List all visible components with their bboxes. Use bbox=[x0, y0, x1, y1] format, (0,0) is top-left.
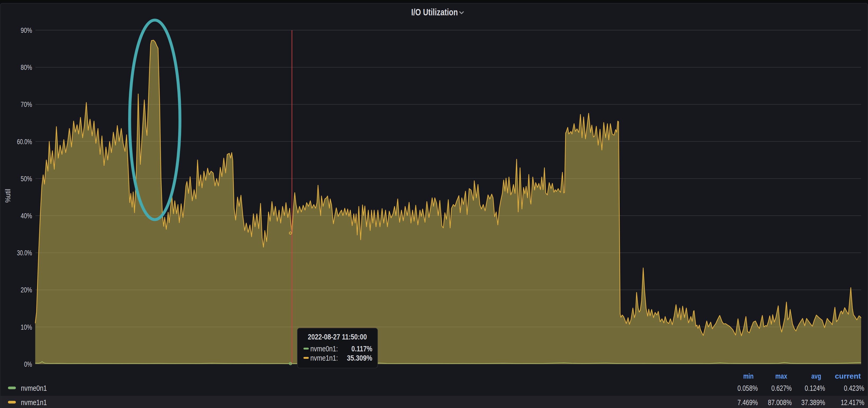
svg-text:0.058%: 0.058% bbox=[738, 384, 758, 393]
svg-text:2022-08-27 11:50:00: 2022-08-27 11:50:00 bbox=[308, 332, 367, 341]
svg-text:nvme1n1: nvme1n1 bbox=[21, 398, 47, 407]
svg-text:87.008%: 87.008% bbox=[768, 398, 792, 407]
svg-text:70%: 70% bbox=[21, 100, 32, 108]
svg-text:max: max bbox=[775, 372, 787, 380]
svg-text:10%: 10% bbox=[21, 323, 32, 331]
svg-text:%util: %util bbox=[4, 189, 12, 203]
svg-text:nvme1n1:: nvme1n1: bbox=[310, 354, 338, 362]
svg-text:current: current bbox=[835, 372, 861, 380]
svg-text:I/O Utilization: I/O Utilization bbox=[411, 7, 458, 17]
svg-text:7.469%: 7.469% bbox=[738, 398, 758, 407]
svg-text:nvme0n1:: nvme0n1: bbox=[310, 344, 338, 353]
svg-text:min: min bbox=[743, 372, 754, 380]
svg-text:40%: 40% bbox=[21, 211, 32, 220]
svg-text:30.0%: 30.0% bbox=[17, 248, 32, 257]
svg-text:80%: 80% bbox=[21, 63, 32, 71]
svg-text:0.117%: 0.117% bbox=[351, 344, 372, 353]
svg-text:0.423%: 0.423% bbox=[844, 384, 864, 393]
svg-text:0.124%: 0.124% bbox=[805, 384, 825, 393]
svg-text:50%: 50% bbox=[21, 174, 32, 183]
svg-text:60.0%: 60.0% bbox=[17, 137, 32, 146]
svg-text:0.627%: 0.627% bbox=[771, 384, 792, 393]
svg-text:35.309%: 35.309% bbox=[347, 353, 372, 362]
svg-text:0%: 0% bbox=[24, 360, 32, 368]
svg-text:90%: 90% bbox=[21, 26, 32, 34]
svg-text:37.389%: 37.389% bbox=[801, 398, 825, 407]
svg-text:avg: avg bbox=[811, 372, 821, 380]
svg-text:20%: 20% bbox=[21, 285, 32, 294]
svg-text:nvme0n1: nvme0n1 bbox=[21, 384, 47, 393]
svg-text:12.417%: 12.417% bbox=[841, 398, 864, 407]
